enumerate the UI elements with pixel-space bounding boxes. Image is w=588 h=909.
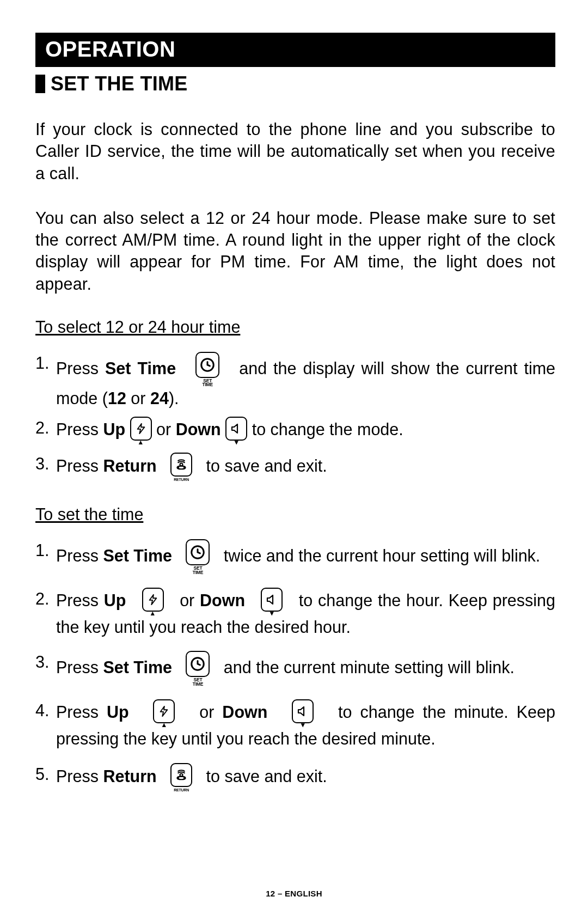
button-name-up: Up xyxy=(104,591,126,609)
button-name-down: Down xyxy=(200,591,245,609)
text: Press xyxy=(56,703,107,721)
up-button-icon: ▴ xyxy=(142,588,164,616)
icon-sublabel: SETTIME xyxy=(195,379,219,387)
button-name-set-time: Set Time xyxy=(103,658,172,676)
page-title-banner: OPERATION xyxy=(35,33,555,67)
speaker-icon xyxy=(265,593,278,606)
page-title: OPERATION xyxy=(45,37,175,61)
text: to change the mode. xyxy=(252,420,403,438)
subsection-set-time: To set the time xyxy=(35,505,555,524)
text: Press xyxy=(56,591,104,609)
phone-return-icon xyxy=(174,457,188,472)
phone-return-icon xyxy=(174,768,188,782)
text: Press xyxy=(56,546,103,565)
speaker-icon xyxy=(296,705,309,718)
step-2: Press Up ▴ or Down ▾ to change the mode. xyxy=(35,417,555,445)
icon-sublabel: SETTIME xyxy=(186,678,210,686)
button-name-return: Return xyxy=(103,456,156,475)
button-name-return: Return xyxy=(103,767,156,785)
speaker-icon xyxy=(230,422,243,435)
text: or xyxy=(126,389,150,407)
return-button-icon: RETURN xyxy=(170,763,192,792)
page-footer: 12 – ENGLISH xyxy=(0,889,588,898)
up-button-icon: ▴ xyxy=(153,699,175,728)
icon-sublabel: RETURN xyxy=(170,788,192,792)
text: and the current minute setting will blin… xyxy=(219,658,514,676)
icon-sublabel: SETTIME xyxy=(186,566,210,575)
step-1: Press Set Time SETTIME and the display w… xyxy=(35,352,555,409)
button-name-down: Down xyxy=(222,703,267,721)
text: or xyxy=(191,703,222,721)
set-time-button-icon: SETTIME xyxy=(186,539,210,575)
down-button-icon: ▾ xyxy=(261,588,283,616)
text: Press xyxy=(56,658,103,676)
text: Press xyxy=(56,456,103,475)
mode-24: 24 xyxy=(150,389,169,407)
text: Press xyxy=(56,358,105,377)
bolt-icon xyxy=(135,421,147,436)
down-button-icon: ▾ xyxy=(292,699,314,728)
text: Press xyxy=(56,420,103,438)
return-button-icon: RETURN xyxy=(170,453,192,482)
up-button-icon: ▴ xyxy=(130,417,152,445)
set-time-button-icon: SETTIME xyxy=(195,352,219,387)
clock-icon xyxy=(189,544,206,560)
button-name-up: Up xyxy=(107,703,129,721)
clock-icon xyxy=(199,357,216,373)
mode-12: 12 xyxy=(108,389,126,407)
text: ). xyxy=(169,389,179,407)
step-2: Press Up ▴ or Down ▾ to change the hour.… xyxy=(35,588,555,638)
button-name-up: Up xyxy=(103,420,125,438)
step-1: Press Set Time SETTIME twice and the cur… xyxy=(35,539,555,575)
bolt-icon xyxy=(158,704,170,719)
text: twice and the current hour setting will … xyxy=(219,546,540,565)
steps-12-24: Press Set Time SETTIME and the display w… xyxy=(35,352,555,482)
set-time-button-icon: SETTIME xyxy=(186,651,210,686)
icon-sublabel: RETURN xyxy=(170,478,192,482)
down-button-icon: ▾ xyxy=(225,417,247,445)
subsection-12-24: To select 12 or 24 hour time xyxy=(35,318,555,337)
button-name-set-time: Set Time xyxy=(105,358,176,377)
intro-paragraph-1: If your clock is connected to the phone … xyxy=(35,118,555,184)
clock-icon xyxy=(189,656,206,672)
steps-set-time: Press Set Time SETTIME twice and the cur… xyxy=(35,539,555,792)
text: or xyxy=(174,591,200,609)
button-name-down: Down xyxy=(176,420,221,438)
text: to change the hour. Keep pressing the ke… xyxy=(56,591,555,636)
text: to save and exit. xyxy=(201,456,327,475)
text: to save and exit. xyxy=(201,767,327,785)
section-heading: SET THE TIME xyxy=(35,72,555,95)
text: or xyxy=(156,420,176,438)
section-heading-text: SET THE TIME xyxy=(51,72,188,95)
intro-paragraph-2: You can also select a 12 or 24 hour mode… xyxy=(35,207,555,295)
step-3: Press Set Time SETTIME and the current m… xyxy=(35,651,555,686)
text: Press xyxy=(56,767,103,785)
step-4: Press Up ▴ or Down ▾ to change the minut… xyxy=(35,699,555,749)
button-name-set-time: Set Time xyxy=(103,546,172,565)
step-5: Press Return RETURN to save and exit. xyxy=(35,763,555,792)
heading-marker xyxy=(35,75,45,93)
step-3: Press Return RETURN to save and exit. xyxy=(35,453,555,482)
bolt-icon xyxy=(147,592,159,607)
